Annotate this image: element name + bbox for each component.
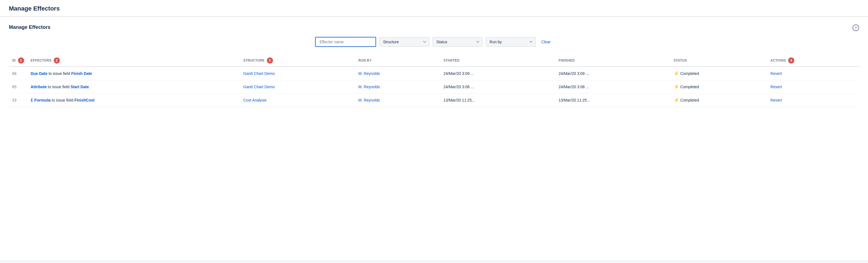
table-row: 33Σ Formula to issue field FinishCostCos… <box>9 93 859 107</box>
table-row: 66Due Date to issue field Finish DateGan… <box>9 66 859 80</box>
col-runby: Run By <box>355 55 440 66</box>
lightning-icon: ⚡ <box>674 97 679 103</box>
cell-actions: Revert <box>767 80 859 93</box>
cell-finished: 24/Mar/20 3:09 ... <box>555 66 670 80</box>
structure-select[interactable]: Structure <box>379 37 429 47</box>
cell-status: ⚡Completed <box>671 66 767 80</box>
effector-middle: to issue field <box>51 98 74 103</box>
cell-actions: Revert <box>767 93 859 107</box>
col-structure-badge: 3 <box>267 57 273 63</box>
col-actions-badge: 4 <box>788 57 794 63</box>
col-finished: Finished <box>555 55 670 66</box>
cell-started: 24/Mar/20 3:09 ... <box>440 66 555 80</box>
effector-prefix[interactable]: Attribute <box>31 85 47 89</box>
cell-status: ⚡Completed <box>671 93 767 107</box>
cell-effectors: Attribute to issue field Start Date <box>27 80 240 93</box>
table-row: 65Attribute to issue field Start DateGan… <box>9 80 859 93</box>
cell-runby: M. Reynolds <box>355 93 440 107</box>
effector-sigma-prefix[interactable]: Σ Formula <box>31 98 51 103</box>
col-effectors-badge: 2 <box>54 57 60 63</box>
table-header-row: ID 1 Effectors 2 Structure 3 <box>9 55 859 66</box>
effector-suffix[interactable]: Start Date <box>71 85 89 89</box>
effector-prefix[interactable]: Due Date <box>31 71 48 76</box>
help-icon[interactable]: ? <box>852 24 859 31</box>
cell-actions: Revert <box>767 66 859 80</box>
col-started: Started <box>440 55 555 66</box>
cell-runby: M. Reynolds <box>355 66 440 80</box>
cell-runby: M. Reynolds <box>355 80 440 93</box>
col-status: Status <box>671 55 767 66</box>
cell-finished: 24/Mar/20 3:08 ... <box>555 80 670 93</box>
cell-structure[interactable]: Gantt Chart Demo <box>240 66 355 80</box>
section-title: Manage Effectors <box>9 24 859 30</box>
clear-button[interactable]: Clear <box>539 38 553 45</box>
col-actions: Actions 4 <box>767 55 859 66</box>
status-text: Completed <box>680 71 699 76</box>
effectors-table: ID 1 Effectors 2 Structure 3 <box>9 55 859 107</box>
col-structure: Structure 3 <box>240 55 355 66</box>
cell-structure[interactable]: Gantt Chart Demo <box>240 80 355 93</box>
page-header-title: Manage Effectors <box>9 5 859 12</box>
cell-id: 33 <box>9 93 27 107</box>
cell-structure[interactable]: Cost Analysis <box>240 93 355 107</box>
revert-button[interactable]: Revert <box>770 98 782 103</box>
revert-button[interactable]: Revert <box>770 85 782 89</box>
effector-suffix[interactable]: Finish Date <box>71 71 92 76</box>
runby-select[interactable]: Run by <box>486 37 536 47</box>
table-container: ID 1 Effectors 2 Structure 3 <box>9 55 859 107</box>
status-text: Completed <box>680 98 699 103</box>
status-select[interactable]: Status <box>433 37 483 47</box>
col-id: ID 1 <box>9 55 27 66</box>
cell-status: ⚡Completed <box>671 80 767 93</box>
revert-button[interactable]: Revert <box>770 71 782 76</box>
lightning-icon: ⚡ <box>674 71 679 76</box>
effector-suffix[interactable]: FinishCost <box>74 98 94 103</box>
cell-effectors: Due Date to issue field Finish Date <box>27 66 240 80</box>
cell-started: 13/Mar/20 11:25... <box>440 93 555 107</box>
cell-started: 24/Mar/20 3:08 ... <box>440 80 555 93</box>
cell-effectors: Σ Formula to issue field FinishCost <box>27 93 240 107</box>
status-text: Completed <box>680 85 699 89</box>
col-id-badge: 1 <box>18 57 24 63</box>
effector-name-input[interactable] <box>315 37 376 47</box>
cell-id: 65 <box>9 80 27 93</box>
col-effectors: Effectors 2 <box>27 55 240 66</box>
cell-id: 66 <box>9 66 27 80</box>
filters-row: Structure Status Run by Clear <box>9 37 859 47</box>
effector-middle: to issue field <box>47 85 71 89</box>
effector-middle: to issue field <box>48 71 71 76</box>
lightning-icon: ⚡ <box>674 84 679 89</box>
cell-finished: 13/Mar/20 11:25... <box>555 93 670 107</box>
